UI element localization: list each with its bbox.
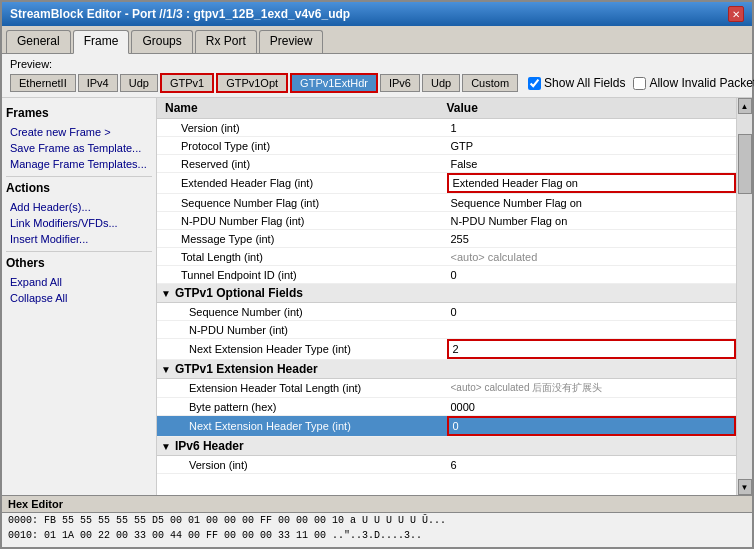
field-value-seq-num: 0 bbox=[447, 304, 737, 320]
collapse-icon[interactable]: ▼ bbox=[161, 288, 171, 299]
section-gtpv1-ext[interactable]: ▼ GTPv1 Extension Header bbox=[157, 360, 736, 379]
field-value-next-ext-type2: 0 bbox=[447, 416, 737, 436]
title-bar: StreamBlock Editor - Port //1/3 : gtpv1_… bbox=[2, 2, 752, 26]
create-new-frame[interactable]: Create new Frame > bbox=[6, 124, 152, 140]
hex-line-1: 0000: FB 55 55 55 55 55 D5 00 01 00 00 0… bbox=[2, 513, 752, 528]
table-row[interactable]: Extension Header Total Length (int) <aut… bbox=[157, 379, 736, 398]
field-value-ipv6-version: 6 bbox=[447, 457, 737, 473]
field-name-seq-flag: Sequence Number Flag (int) bbox=[157, 195, 447, 211]
insert-modifier[interactable]: Insert Modifier... bbox=[6, 231, 152, 247]
preview-tab-gtpv1[interactable]: GTPv1 bbox=[160, 73, 214, 93]
hex-line-2: 0010: 01 1A 00 22 00 33 00 44 00 FF 00 0… bbox=[2, 528, 752, 543]
preview-tab-custom[interactable]: Custom bbox=[462, 74, 518, 92]
field-name-next-ext-type1: Next Extension Header Type (int) bbox=[157, 341, 447, 357]
window-title: StreamBlock Editor - Port //1/3 : gtpv1_… bbox=[10, 7, 350, 21]
field-name-byte-pattern: Byte pattern (hex) bbox=[157, 399, 447, 415]
field-value-seq-flag: Sequence Number Flag on bbox=[447, 195, 737, 211]
preview-label: Preview: bbox=[10, 58, 744, 70]
table-row[interactable]: Reserved (int) False bbox=[157, 155, 736, 173]
field-name-message-type: Message Type (int) bbox=[157, 231, 447, 247]
section-label-gtpv1-optional: GTPv1 Optional Fields bbox=[175, 286, 303, 300]
field-value-message-type: 255 bbox=[447, 231, 737, 247]
table-row[interactable]: Byte pattern (hex) 0000 bbox=[157, 398, 736, 416]
field-name-npdu-num: N-PDU Number (int) bbox=[157, 322, 447, 338]
collapse-icon-2[interactable]: ▼ bbox=[161, 364, 171, 375]
actions-section-title: Actions bbox=[6, 181, 152, 195]
field-name-protocol-type: Protocol Type (int) bbox=[157, 138, 447, 154]
tab-rxport[interactable]: Rx Port bbox=[195, 30, 257, 53]
table-row[interactable]: Next Extension Header Type (int) 2 ← 非0，… bbox=[157, 339, 736, 360]
table-row[interactable]: Message Type (int) 255 bbox=[157, 230, 736, 248]
preview-tab-ethernetii[interactable]: EthernetII bbox=[10, 74, 76, 92]
main-content: Frames Create new Frame > Save Frame as … bbox=[2, 98, 752, 495]
table-row[interactable]: Protocol Type (int) GTP bbox=[157, 137, 736, 155]
divider-1 bbox=[6, 176, 152, 177]
save-frame-template[interactable]: Save Frame as Template... bbox=[6, 140, 152, 156]
divider-2 bbox=[6, 251, 152, 252]
preview-tab-udp2[interactable]: Udp bbox=[422, 74, 460, 92]
show-all-fields-option[interactable]: Show All Fields bbox=[528, 76, 625, 90]
field-value-byte-pattern: 0000 bbox=[447, 399, 737, 415]
preview-tab-udp1[interactable]: Udp bbox=[120, 74, 158, 92]
preview-tab-ipv6[interactable]: IPv6 bbox=[380, 74, 420, 92]
field-value-total-length: <auto> calculated bbox=[447, 249, 737, 265]
section-gtpv1-optional[interactable]: ▼ GTPv1 Optional Fields bbox=[157, 284, 736, 303]
table-row[interactable]: Total Length (int) <auto> calculated bbox=[157, 248, 736, 266]
scrollbar-thumb[interactable] bbox=[738, 134, 752, 194]
table-header: Name Value bbox=[157, 98, 736, 119]
field-value-ext-header-flag: Extended Header Flag on bbox=[447, 173, 737, 193]
preview-tab-ipv4[interactable]: IPv4 bbox=[78, 74, 118, 92]
collapse-icon-3[interactable]: ▼ bbox=[161, 441, 171, 452]
show-all-fields-checkbox[interactable] bbox=[528, 77, 541, 90]
left-panel: Frames Create new Frame > Save Frame as … bbox=[2, 98, 157, 495]
hex-editor-label: Hex Editor bbox=[2, 496, 752, 513]
add-header[interactable]: Add Header(s)... bbox=[6, 199, 152, 215]
field-name-ipv6-version: Version (int) bbox=[157, 457, 447, 473]
field-value-npdu-num bbox=[447, 328, 737, 332]
preview-tab-gtpv1opt[interactable]: GTPv1Opt bbox=[216, 73, 288, 93]
table-row[interactable]: Next Extension Header Type (int) 0 bbox=[157, 416, 736, 437]
field-value-version: 1 bbox=[447, 120, 737, 136]
tab-groups[interactable]: Groups bbox=[131, 30, 192, 53]
preview-tab-bar: EthernetII IPv4 Udp GTPv1 GTPv1Opt GTPv1… bbox=[10, 73, 744, 93]
tab-preview[interactable]: Preview bbox=[259, 30, 324, 53]
field-name-next-ext-type2: Next Extension Header Type (int) bbox=[157, 418, 447, 434]
table-row[interactable]: Sequence Number (int) 0 bbox=[157, 303, 736, 321]
scroll-up-button[interactable]: ▲ bbox=[738, 98, 752, 114]
title-bar-buttons: ✕ bbox=[728, 6, 744, 22]
table-wrapper: Name Value Version (int) 1 Protocol Type… bbox=[157, 98, 752, 495]
field-name-version: Version (int) bbox=[157, 120, 447, 136]
header-value: Value bbox=[447, 101, 729, 115]
scrollbar[interactable]: ▲ ▼ bbox=[736, 98, 752, 495]
table-row[interactable]: Tunnel Endpoint ID (int) 0 bbox=[157, 266, 736, 284]
tab-frame[interactable]: Frame bbox=[73, 30, 130, 54]
table-row[interactable]: Version (int) 6 bbox=[157, 456, 736, 474]
field-name-npdu-flag: N-PDU Number Flag (int) bbox=[157, 213, 447, 229]
table-row[interactable]: N-PDU Number Flag (int) N-PDU Number Fla… bbox=[157, 212, 736, 230]
others-section-title: Others bbox=[6, 256, 152, 270]
tab-general[interactable]: General bbox=[6, 30, 71, 53]
preview-tab-gtpv1exthdr[interactable]: GTPv1ExtHdr bbox=[290, 73, 378, 93]
header-name: Name bbox=[165, 101, 447, 115]
section-ipv6[interactable]: ▼ IPv6 Header bbox=[157, 437, 736, 456]
scroll-down-button[interactable]: ▼ bbox=[738, 479, 752, 495]
field-value-reserved: False bbox=[447, 156, 737, 172]
collapse-all[interactable]: Collapse All bbox=[6, 290, 152, 306]
field-name-reserved: Reserved (int) bbox=[157, 156, 447, 172]
close-button[interactable]: ✕ bbox=[728, 6, 744, 22]
manage-frame-templates[interactable]: Manage Frame Templates... bbox=[6, 156, 152, 172]
table-row[interactable]: Version (int) 1 bbox=[157, 119, 736, 137]
expand-all[interactable]: Expand All bbox=[6, 274, 152, 290]
hex-editor: Hex Editor 0000: FB 55 55 55 55 55 D5 00… bbox=[2, 495, 752, 547]
allow-invalid-checkbox[interactable] bbox=[633, 77, 646, 90]
frames-section-title: Frames bbox=[6, 106, 152, 120]
field-table[interactable]: Name Value Version (int) 1 Protocol Type… bbox=[157, 98, 736, 495]
link-modifiers[interactable]: Link Modifiers/VFDs... bbox=[6, 215, 152, 231]
main-window: StreamBlock Editor - Port //1/3 : gtpv1_… bbox=[0, 0, 754, 549]
table-row[interactable]: Sequence Number Flag (int) Sequence Numb… bbox=[157, 194, 736, 212]
section-label-ipv6: IPv6 Header bbox=[175, 439, 244, 453]
table-row[interactable]: Extended Header Flag (int) Extended Head… bbox=[157, 173, 736, 194]
show-all-fields-label: Show All Fields bbox=[544, 76, 625, 90]
table-row[interactable]: N-PDU Number (int) bbox=[157, 321, 736, 339]
allow-invalid-option[interactable]: Allow Invalid Packets bbox=[633, 76, 754, 90]
